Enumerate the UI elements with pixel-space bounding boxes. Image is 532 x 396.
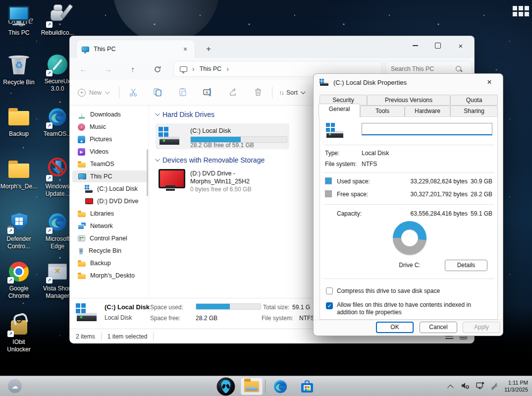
unlock-gear-icon: ⚙ <box>7 313 31 337</box>
desktop-icon-iobit-unlocker[interactable]: ⚙ IObit Unlocker <box>0 313 38 353</box>
sidebar-item-backup[interactable]: Backup <box>72 257 147 269</box>
tray-date: 11/3/2025 <box>504 387 528 394</box>
system-tray: 1:11 PM 11/3/2025 <box>448 376 532 396</box>
libraries-icon <box>78 210 86 218</box>
share-icon[interactable] <box>228 87 239 98</box>
taskbar-microsoft-store[interactable] <box>296 378 318 395</box>
new-tab-button[interactable]: + <box>203 43 214 55</box>
sort-icon: ↑↓ <box>279 89 283 96</box>
tab-previous-versions[interactable]: Previous Versions <box>367 95 450 106</box>
cloud-icon: ☁ <box>12 383 18 390</box>
desktop-icon-backup[interactable]: Backup <box>0 105 38 138</box>
tab-tools[interactable]: Tools <box>360 106 405 117</box>
up-icon[interactable]: ↑ <box>126 63 139 76</box>
compress-checkbox[interactable] <box>326 287 333 294</box>
tab-general[interactable]: General <box>319 104 360 117</box>
usage-fill <box>196 304 230 309</box>
desktop-icon-this-pc[interactable]: This PC <box>0 4 38 37</box>
selection-count: 1 item selected <box>107 333 148 340</box>
volume-muted-icon[interactable] <box>461 382 470 392</box>
tray-chevron-up-icon[interactable] <box>447 385 454 391</box>
cancel-button[interactable]: Cancel <box>420 322 457 333</box>
tab-close-icon[interactable]: × <box>181 45 190 53</box>
desktop-grid-icon[interactable] <box>513 6 529 16</box>
local-disk-icon <box>76 303 97 321</box>
plus-icon: + <box>78 89 86 97</box>
rename-icon[interactable]: A <box>203 87 213 98</box>
copy-icon[interactable] <box>153 87 163 98</box>
dvd-drive-item[interactable]: (D:) DVD Drive - Morphs_Win11_25H2 0 byt… <box>156 169 289 198</box>
paste-icon[interactable] <box>178 87 189 98</box>
new-button[interactable]: + New <box>78 89 108 97</box>
chevron-right-icon: › <box>226 65 229 73</box>
tab-sharing[interactable]: Sharing <box>450 106 498 117</box>
sidebar-item-pictures[interactable]: ▲ Pictures <box>72 133 147 145</box>
recycle-glyph: ♻ <box>7 60 31 70</box>
refresh-icon[interactable] <box>151 63 164 76</box>
sidebar-item-network[interactable]: Network <box>72 220 147 232</box>
dialog-title-bar[interactable]: (C:) Local Disk Properties × <box>314 74 503 91</box>
sidebar-item-this-pc[interactable]: This PC <box>72 170 147 182</box>
properties-dialog: (C:) Local Disk Properties × Security Pr… <box>313 73 503 336</box>
sidebar-item-dvd-drive[interactable]: (D:) DVD Drive <box>72 195 147 207</box>
folder-icon <box>78 259 86 267</box>
search-input[interactable] <box>391 65 455 72</box>
weather-widget[interactable]: ☁ <box>8 379 22 393</box>
minimize-button[interactable] <box>404 36 426 55</box>
sort-label: Sort <box>286 89 298 96</box>
back-icon[interactable]: ← <box>77 63 90 76</box>
dialog-close-icon[interactable]: × <box>482 78 497 87</box>
delete-icon[interactable] <box>253 87 264 98</box>
sidebar-scrollbar[interactable] <box>147 149 148 196</box>
drive-c-item[interactable]: (C:) Local Disk 28.2 GB free of 59.1 GB <box>156 123 289 149</box>
pictures-icon: ▲ <box>78 136 85 143</box>
disabled-device-icon[interactable] <box>490 383 498 391</box>
desktop-icon-morphs-desktop[interactable]: Morph's_De... <box>0 158 38 190</box>
sidebar-item-recycle-bin[interactable]: ♻ Recycle Bin <box>72 245 147 257</box>
edge-icon <box>46 210 69 234</box>
sidebar-item-control-panel[interactable]: Control Panel <box>72 232 147 244</box>
index-label[interactable]: Allow files on this drive to have conten… <box>337 301 488 316</box>
group-hard-disk-drives[interactable]: Hard Disk Drives <box>155 111 214 118</box>
desktop-icon-recycle-bin[interactable]: ♻ Recycle Bin <box>0 54 38 86</box>
sidebar-item-c-drive[interactable]: (C:) Local Disk <box>72 183 147 195</box>
ok-button[interactable]: OK <box>376 322 414 333</box>
maximize-button[interactable] <box>426 36 449 55</box>
breadcrumb-location[interactable]: This PC <box>200 65 221 72</box>
chevron-expanded-icon <box>155 111 160 116</box>
tab-this-pc[interactable]: This PC × <box>77 40 195 58</box>
drive-c-label: Drive C: <box>385 262 434 269</box>
tab-quota[interactable]: Quota <box>450 95 498 106</box>
new-label: New <box>89 89 102 96</box>
sidebar-item-videos[interactable]: ▶ Videos <box>72 146 147 158</box>
taskbar-edge[interactable] <box>269 378 291 395</box>
forward-icon[interactable]: → <box>102 63 114 76</box>
search-icon <box>455 65 462 72</box>
sidebar-item-teamos[interactable]: TeamOS <box>72 158 147 170</box>
desktop-icon-rebuildicons[interactable]: RebuildIco... <box>39 4 76 37</box>
volume-label-input[interactable] <box>362 123 492 135</box>
network-display-icon[interactable] <box>476 382 484 392</box>
sidebar-item-morphs-desktop[interactable]: Morph's_Deskto <box>72 270 147 282</box>
close-button[interactable]: × <box>449 36 472 55</box>
sort-button[interactable]: ↑↓ Sort <box>279 89 304 96</box>
music-icon: ♪ <box>78 123 85 131</box>
group-removable-storage[interactable]: Devices with Removable Storage <box>155 156 265 164</box>
details-button[interactable]: Details <box>445 260 487 271</box>
local-disk-icon <box>326 123 344 138</box>
compress-label[interactable]: Compress this drive to save disk space <box>337 287 488 295</box>
sidebar-item-downloads[interactable]: ↓ Downloads <box>72 109 147 120</box>
index-checkbox[interactable]: ✓ <box>326 302 333 309</box>
taskbar-file-explorer[interactable] <box>241 378 263 395</box>
desktop-icon-defender-control[interactable]: ⚙ Defender Contro... <box>0 210 38 250</box>
clock[interactable]: 1:11 PM 11/3/2025 <box>504 380 528 393</box>
apply-button[interactable]: Apply <box>463 322 500 333</box>
computer-icon <box>180 66 187 72</box>
tab-strip: This PC × + × <box>70 36 474 58</box>
tab-hardware[interactable]: Hardware <box>405 106 450 117</box>
start-button[interactable] <box>215 378 237 395</box>
desktop-icon-google-chrome[interactable]: Google Chrome <box>0 260 38 299</box>
cut-icon[interactable] <box>128 87 139 98</box>
sidebar-item-libraries[interactable]: Libraries <box>72 208 147 220</box>
sidebar-item-music[interactable]: ♪ Music <box>72 121 147 133</box>
